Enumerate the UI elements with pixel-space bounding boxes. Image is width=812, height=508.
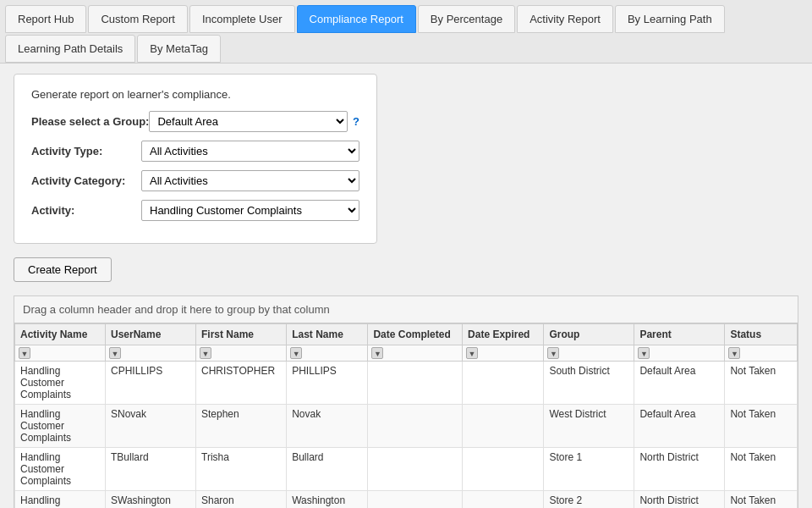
group-label: Please select a Group: <box>31 115 149 128</box>
form-description: Generate report on learner's compliance. <box>31 88 359 101</box>
activity-type-row: Activity Type: All Activities <box>31 141 359 162</box>
tab-learning-path-details[interactable]: Learning Path Details <box>5 35 135 63</box>
cell-dateexpired-1 <box>463 405 544 448</box>
activity-row: Activity: Handling Customer Complaints <box>31 200 359 221</box>
tab-compliance-report[interactable]: Compliance Report <box>297 5 416 33</box>
cell-parent-0: Default Area <box>634 362 725 405</box>
cell-status-1: Not Taken <box>725 405 798 448</box>
cell-lastname-3: Washington <box>287 491 368 509</box>
col-header-group[interactable]: Group <box>544 324 634 345</box>
group-row: Please select a Group: Default Area ? <box>31 111 359 132</box>
cell-dateexpired-2 <box>463 448 544 491</box>
cell-status-2: Not Taken <box>725 448 798 491</box>
tab-by-learning-path[interactable]: By Learning Path <box>615 5 725 33</box>
col-header-first-name[interactable]: First Name <box>196 324 287 345</box>
cell-datecompleted-1 <box>368 405 463 448</box>
filter-icon-parent[interactable]: ▼ <box>638 347 650 359</box>
cell-parent-1: Default Area <box>634 405 725 448</box>
col-header-date-completed[interactable]: Date Completed <box>368 324 463 345</box>
cell-activity-2: Handling Customer Complaints <box>15 448 106 491</box>
filter-icon-username[interactable]: ▼ <box>109 347 121 359</box>
main-content: Generate report on learner's compliance.… <box>0 64 812 508</box>
table-row: Handling Customer Complaints CPHILLIPS C… <box>15 362 798 405</box>
tab-incomplete-user[interactable]: Incomplete User <box>189 5 295 33</box>
filter-row: ▼ ▼ ▼ ▼ ▼ ▼ ▼ ▼ ▼ <box>15 345 798 362</box>
data-table: Activity Name UserName First Name Last N… <box>14 323 798 508</box>
create-report-button[interactable]: Create Report <box>14 257 112 282</box>
table-row: Handling Customer Complaints SNovak Step… <box>15 405 798 448</box>
col-header-last-name[interactable]: Last Name <box>287 324 368 345</box>
cell-lastname-1: Novak <box>287 405 368 448</box>
cell-group-1: West District <box>544 405 634 448</box>
cell-username-3: SWashington <box>106 491 196 509</box>
tab-report-hub[interactable]: Report Hub <box>5 5 86 33</box>
cell-status-3: Not Taken <box>725 491 798 509</box>
activity-type-label: Activity Type: <box>31 145 141 157</box>
help-link[interactable]: ? <box>353 115 359 128</box>
form-panel: Generate report on learner's compliance.… <box>14 74 377 244</box>
table-body: Handling Customer Complaints CPHILLIPS C… <box>15 362 798 509</box>
filter-icon-firstname[interactable]: ▼ <box>200 347 211 359</box>
cell-parent-3: North District <box>634 491 725 509</box>
filter-icon-lastname[interactable]: ▼ <box>290 347 302 359</box>
nav-tabs: Report Hub Custom Report Incomplete User… <box>0 0 812 64</box>
cell-group-3: Store 2 <box>544 491 634 509</box>
col-header-status[interactable]: Status <box>725 324 798 345</box>
cell-firstname-0: CHRISTOPHER <box>196 362 287 405</box>
drag-header: Drag a column header and drop it here to… <box>14 296 798 323</box>
cell-activity-1: Handling Customer Complaints <box>15 405 106 448</box>
cell-activity-3: Handling Customer Complaints <box>15 491 106 509</box>
cell-group-2: Store 1 <box>544 448 634 491</box>
tab-activity-report[interactable]: Activity Report <box>517 5 613 33</box>
col-header-parent[interactable]: Parent <box>634 324 725 345</box>
col-header-activity-name[interactable]: Activity Name <box>15 324 106 345</box>
cell-datecompleted-0 <box>368 362 463 405</box>
filter-icon-datecompleted[interactable]: ▼ <box>371 347 383 359</box>
cell-status-0: Not Taken <box>725 362 798 405</box>
cell-username-2: TBullard <box>106 448 196 491</box>
cell-group-0: South District <box>544 362 634 405</box>
activity-category-label: Activity Category: <box>31 174 141 187</box>
group-select[interactable]: Default Area <box>149 111 348 132</box>
cell-firstname-1: Stephen <box>196 405 287 448</box>
table-row: Handling Customer Complaints TBullard Tr… <box>15 448 798 491</box>
filter-icon-group[interactable]: ▼ <box>547 347 559 359</box>
activity-category-row: Activity Category: All Activities <box>31 170 359 191</box>
column-headers: Activity Name UserName First Name Last N… <box>15 324 798 345</box>
tab-by-metatag[interactable]: By MetaTag <box>137 35 221 63</box>
filter-icon-dateexpired[interactable]: ▼ <box>466 347 478 359</box>
tab-by-percentage[interactable]: By Percentage <box>418 5 515 33</box>
cell-username-1: SNovak <box>106 405 196 448</box>
cell-activity-0: Handling Customer Complaints <box>15 362 106 405</box>
cell-lastname-2: Bullard <box>287 448 368 491</box>
cell-username-0: CPHILLIPS <box>106 362 196 405</box>
col-header-date-expired[interactable]: Date Expired <box>463 324 544 345</box>
cell-dateexpired-3 <box>463 491 544 509</box>
filter-icon-status[interactable]: ▼ <box>728 347 740 359</box>
cell-datecompleted-2 <box>368 448 463 491</box>
cell-firstname-2: Trisha <box>196 448 287 491</box>
activity-type-select[interactable]: All Activities <box>141 141 359 162</box>
table-row: Handling Customer Complaints SWashington… <box>15 491 798 509</box>
table-container: Drag a column header and drop it here to… <box>14 295 798 508</box>
activity-category-select[interactable]: All Activities <box>141 170 359 191</box>
cell-dateexpired-0 <box>463 362 544 405</box>
filter-icon-activity[interactable]: ▼ <box>19 347 30 359</box>
cell-parent-2: North District <box>634 448 725 491</box>
cell-firstname-3: Sharon <box>196 491 287 509</box>
col-header-username[interactable]: UserName <box>106 324 196 345</box>
tab-custom-report[interactable]: Custom Report <box>88 5 187 33</box>
activity-label: Activity: <box>31 204 141 217</box>
cell-datecompleted-3 <box>368 491 463 509</box>
activity-select[interactable]: Handling Customer Complaints <box>141 200 359 221</box>
cell-lastname-0: PHILLIPS <box>287 362 368 405</box>
